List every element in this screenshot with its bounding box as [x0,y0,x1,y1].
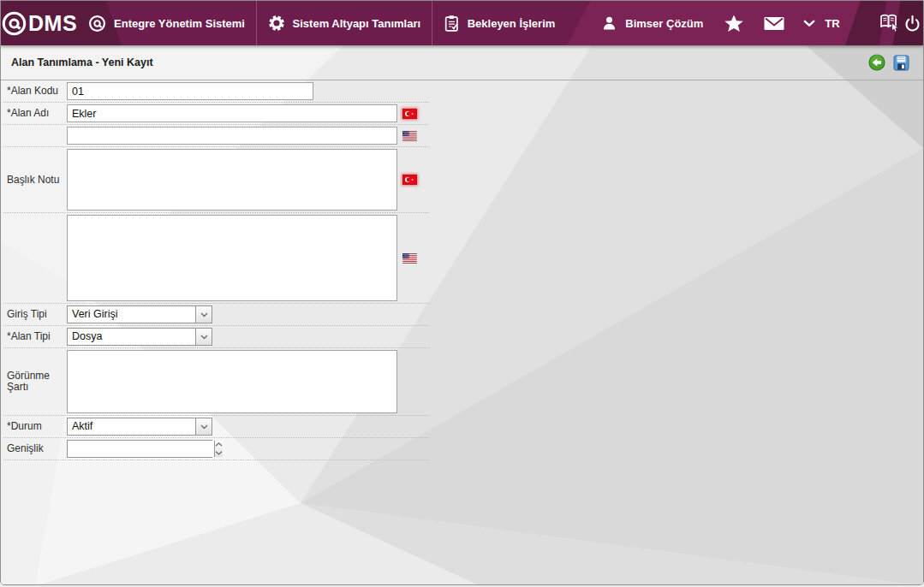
form-row-genislik: Genişlik [3,438,429,460]
favorites-button[interactable] [714,1,754,45]
form-row-alan-kodu: *Alan Kodu [3,80,429,103]
durum-select[interactable]: Aktif [67,418,212,436]
star-icon [724,14,744,33]
nav-item-bimser-cozum[interactable]: Bimser Çözüm [590,1,714,45]
select-value: Dosya [68,329,195,345]
person-icon [601,15,617,32]
gorunme-sarti-textarea[interactable] [67,350,397,413]
chevron-down-icon[interactable] [195,329,212,345]
form-row-alan-adi-en [3,125,429,147]
field-label: *Alan Adı [3,108,67,119]
field-label: Giriş Tipi [3,309,67,320]
select-value: Aktif [68,418,195,435]
flag-us-icon [402,253,417,264]
flag-us-icon [402,131,417,141]
form-row-baslik-notu-tr: Başlık Notu [3,147,429,213]
giris-tipi-select[interactable]: Veri Girişi [67,305,212,323]
language-selector[interactable]: TR [795,17,848,30]
save-button[interactable] [893,55,909,71]
form-row-giris-tipi: Giriş Tipi Veri Girişi [3,304,429,326]
content-area: Alan Tanımlama - Yeni Kayıt [1,45,923,585]
form-row-gorunme-sarti: Görünme Şartı [3,348,429,416]
nav-label: Sistem Altyapı Tanımları [293,17,421,30]
app-window: DMS Entegre Yönetim Sistemi [0,0,924,585]
baslik-notu-textarea-en[interactable] [67,215,397,301]
nav-item-bekleyen-islerim[interactable]: Bekleyen İşlerim [432,1,567,45]
save-icon [893,55,909,71]
language-label: TR [825,17,839,30]
spinner-down-icon[interactable] [215,449,223,458]
help-button[interactable] [878,1,902,45]
page-title: Alan Tanımlama - Yeni Kayıt [11,56,153,68]
qdms-logo[interactable]: DMS [1,1,77,45]
alan-kodu-input[interactable] [67,82,313,100]
flag-tr-icon [402,109,417,119]
baslik-notu-textarea-tr[interactable] [67,149,397,210]
back-icon [868,54,885,71]
spinner-up-icon[interactable] [215,441,223,449]
clipboard-check-icon [444,15,460,33]
power-icon [903,15,921,33]
nav-label: Bekleyen İşlerim [468,17,556,30]
form-row-alan-adi-tr: *Alan Adı [3,103,429,125]
chevron-down-icon [803,20,815,27]
genislik-spinner [67,440,212,458]
qdms-circle-icon [88,15,106,33]
field-label: Genişlik [3,443,67,454]
alan-tanimlama-form: *Alan Kodu *Alan Adı [3,80,429,460]
top-navigation-bar: DMS Entegre Yönetim Sistemi [1,1,923,45]
back-button[interactable] [868,54,885,71]
qdms-logo-text: DMS [28,11,77,36]
field-label: *Durum [3,421,67,432]
nav-item-sistem-altyapi-tanimlari[interactable]: Sistem Altyapı Tanımları [257,1,432,45]
field-label: *Alan Tipi [3,331,67,342]
genislik-input[interactable] [68,441,214,457]
mail-button[interactable] [754,1,795,45]
nav-label: Bimser Çözüm [625,17,703,30]
alan-tipi-select[interactable]: Dosya [67,328,212,346]
alan-adi-input-tr[interactable] [67,104,397,122]
form-row-baslik-notu-en [3,213,429,304]
select-value: Veri Girişi [68,306,195,323]
field-label: Görünme Şartı [3,371,67,393]
field-label: Başlık Notu [3,175,67,186]
chevron-down-icon[interactable] [195,306,212,323]
page-title-bar: Alan Tanımlama - Yeni Kayıt [1,45,923,80]
gear-icon [268,15,285,32]
qdms-logo-icon [1,10,27,37]
power-button[interactable] [902,1,923,45]
nav-label: Entegre Yönetim Sistemi [114,17,245,30]
alan-adi-input-en[interactable] [67,127,397,145]
mail-icon [763,15,785,32]
form-row-alan-tipi: *Alan Tipi Dosya [3,326,429,348]
help-book-icon [878,12,902,34]
nav-item-entegre-yonetim-sistemi[interactable]: Entegre Yönetim Sistemi [77,1,256,45]
field-label: *Alan Kodu [3,86,67,97]
flag-tr-icon [402,175,417,185]
chevron-down-icon[interactable] [195,418,212,435]
form-row-durum: *Durum Aktif [3,416,429,438]
